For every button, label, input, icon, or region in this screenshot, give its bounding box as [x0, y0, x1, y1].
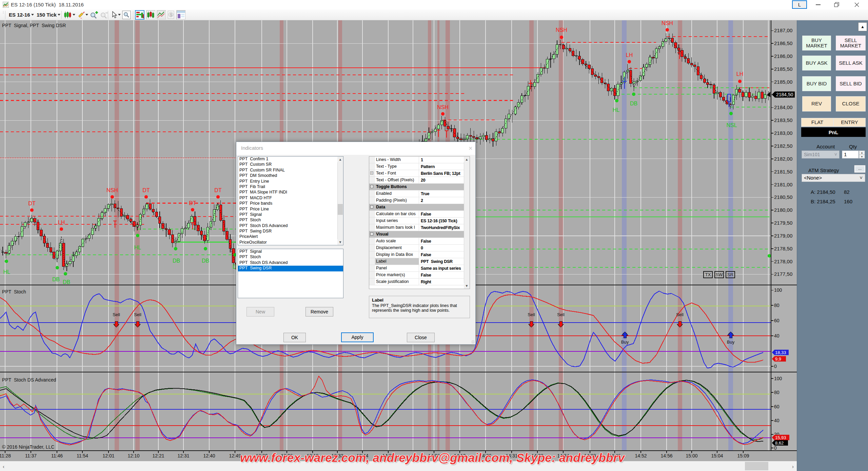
svg-text:2183,00: 2183,00 — [774, 130, 792, 136]
svg-text:NSH: NSH — [106, 187, 118, 193]
svg-text:18,33: 18,33 — [775, 350, 786, 355]
svg-text:2181,00: 2181,00 — [774, 182, 792, 187]
svg-text:2181,50: 2181,50 — [774, 169, 792, 175]
svg-text:2180,00: 2180,00 — [774, 207, 792, 213]
svg-text:11:46: 11:46 — [51, 453, 63, 458]
svg-text:DT: DT — [142, 187, 150, 193]
svg-text:HL: HL — [613, 107, 620, 113]
svg-text:Sell: Sell — [676, 312, 684, 317]
svg-text:NSL: NSL — [726, 122, 737, 128]
svg-text:80: 80 — [774, 390, 780, 395]
svg-text:60: 60 — [774, 318, 780, 323]
svg-text:LH: LH — [736, 71, 743, 77]
svg-text:12:10: 12:10 — [127, 453, 139, 458]
svg-text:15:09: 15:09 — [737, 453, 749, 458]
svg-text:PPT Stoch DS Advanced: PPT Stoch DS Advanced — [2, 377, 56, 383]
svg-text:NSH: NSH — [556, 27, 567, 33]
svg-text:12:01: 12:01 — [102, 453, 114, 458]
svg-text:Sell: Sell — [113, 312, 120, 317]
svg-text:2177,50: 2177,50 — [774, 271, 792, 277]
svg-text:LH: LH — [58, 220, 65, 225]
svg-text:2178,50: 2178,50 — [774, 246, 792, 251]
svg-text:LH: LH — [626, 52, 633, 58]
svg-text:DT: DT — [189, 200, 196, 206]
svg-text:80: 80 — [774, 303, 780, 308]
svg-text:100: 100 — [774, 287, 782, 293]
svg-text:2185,50: 2185,50 — [774, 66, 792, 72]
svg-text:2179,50: 2179,50 — [774, 220, 792, 226]
svg-text:2179,00: 2179,00 — [774, 233, 792, 239]
svg-text:‹: ‹ — [3, 464, 4, 469]
svg-text:›: › — [792, 464, 794, 469]
svg-text:DB: DB — [630, 101, 637, 106]
svg-text:HL: HL — [134, 245, 141, 250]
svg-text:8,62: 8,62 — [775, 441, 784, 446]
svg-text:NSH: NSH — [662, 20, 673, 26]
svg-text:15,93: 15,93 — [775, 435, 786, 440]
svg-text:2184,50: 2184,50 — [776, 92, 793, 97]
svg-text:0: 0 — [774, 445, 777, 451]
svg-text:2182,50: 2182,50 — [774, 143, 792, 149]
svg-text:11:37: 11:37 — [25, 453, 37, 458]
svg-text:14:52: 14:52 — [635, 453, 647, 458]
svg-text:2184,00: 2184,00 — [774, 104, 792, 110]
svg-text:40: 40 — [774, 333, 780, 339]
svg-text:14:56: 14:56 — [660, 453, 672, 458]
svg-text:Sell: Sell — [134, 312, 141, 317]
svg-text:12:40: 12:40 — [203, 453, 215, 458]
svg-text:2180,50: 2180,50 — [774, 194, 792, 200]
svg-text:NSH: NSH — [437, 104, 449, 110]
svg-text:DB: DB — [63, 279, 70, 285]
svg-text:SR: SR — [727, 272, 733, 277]
svg-text:11:28: 11:28 — [0, 453, 11, 458]
svg-text:DT: DT — [28, 201, 36, 206]
svg-text:Sell: Sell — [528, 312, 535, 317]
svg-text:HL: HL — [3, 269, 11, 275]
svg-text:2183,50: 2183,50 — [774, 117, 792, 123]
svg-text:2187,00: 2187,00 — [774, 27, 792, 33]
svg-text:DB: DB — [52, 277, 60, 282]
svg-text:0: 0 — [774, 364, 777, 369]
svg-text:100: 100 — [774, 376, 782, 381]
svg-text:12:31: 12:31 — [177, 453, 189, 458]
svg-text:2182,00: 2182,00 — [774, 156, 792, 162]
svg-text:2185,00: 2185,00 — [774, 79, 792, 85]
svg-text:2186,50: 2186,50 — [774, 40, 792, 46]
svg-text:SW: SW — [716, 272, 723, 277]
svg-text:TX: TX — [705, 272, 711, 277]
svg-text:2186,00: 2186,00 — [774, 53, 792, 59]
svg-text:Buy: Buy — [621, 340, 629, 345]
svg-text:Buy: Buy — [727, 340, 735, 345]
svg-text:60: 60 — [774, 404, 780, 409]
svg-text:© 2016 NinjaTrader, LLC: © 2016 NinjaTrader, LLC — [2, 444, 55, 450]
svg-text:PPT Stoch: PPT Stoch — [2, 289, 26, 294]
svg-text:Sell: Sell — [557, 312, 565, 317]
svg-text:PPT Signal, PPT Swing DSR: PPT Signal, PPT Swing DSR — [2, 23, 66, 28]
svg-text:11:54: 11:54 — [77, 453, 88, 458]
svg-text:DB: DB — [202, 258, 209, 264]
svg-text:DT: DT — [214, 187, 222, 193]
svg-text:15:00: 15:00 — [686, 453, 697, 458]
svg-text:9,9: 9,9 — [775, 356, 781, 362]
svg-text:12:49: 12:49 — [229, 453, 241, 458]
svg-text:15:04: 15:04 — [711, 453, 723, 458]
svg-text:12:21: 12:21 — [152, 453, 164, 458]
svg-text:2178,00: 2178,00 — [774, 259, 792, 264]
svg-text:DB: DB — [173, 258, 180, 264]
svg-text:40: 40 — [774, 418, 780, 423]
